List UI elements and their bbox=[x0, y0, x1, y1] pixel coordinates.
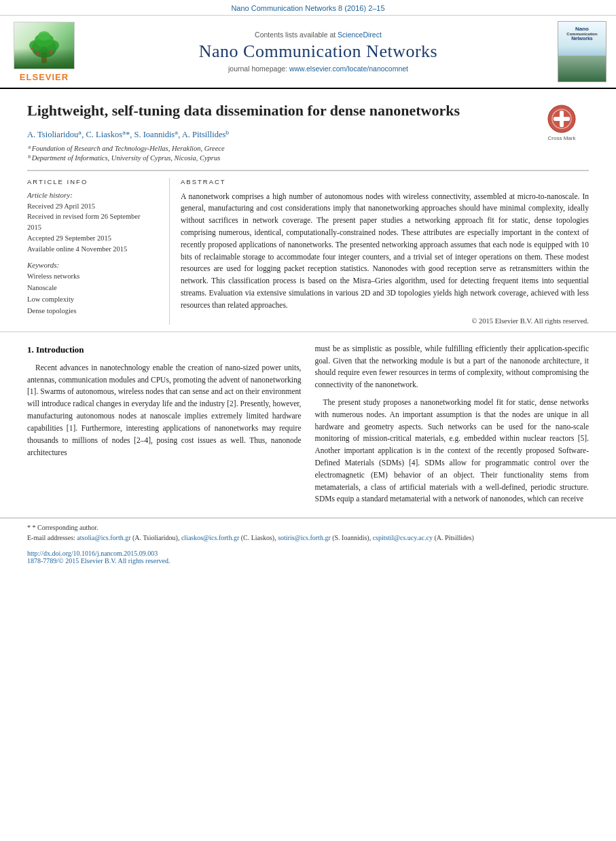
email-liaskos[interactable]: cliaskos@ics.forth.gr bbox=[181, 534, 239, 541]
journal-cover-image: Nano Communication Networks bbox=[558, 21, 606, 82]
journal-thumbnail: Nano Communication Networks bbox=[555, 21, 609, 82]
intro-number: 1. bbox=[27, 344, 34, 355]
thumb-green-blob bbox=[558, 56, 606, 82]
homepage-line: journal homepage: www.elsevier.com/locat… bbox=[228, 65, 408, 73]
email-footnote: E-mail addresses: atsolia@ics.forth.gr (… bbox=[27, 533, 589, 543]
elsevier-tree-icon bbox=[24, 26, 65, 64]
contents-available-line: Contents lists available at ScienceDirec… bbox=[255, 31, 382, 39]
intro-right-col: must be as simplistic as possible, while… bbox=[315, 343, 590, 512]
crossmark-icon bbox=[547, 104, 577, 134]
article-info-col: ARTICLE INFO Article history: Received 2… bbox=[27, 178, 170, 325]
svg-point-7 bbox=[49, 50, 53, 54]
intro-left-para-1: Recent advances in nanotechnology enable… bbox=[27, 362, 302, 459]
article-title-block: Lightweight, self-tuning data disseminat… bbox=[27, 101, 528, 163]
keywords-label: Keywords: bbox=[27, 261, 158, 269]
thumb-nets-text: Networks bbox=[571, 36, 593, 41]
journal-center-block: Contents lists available at ScienceDirec… bbox=[88, 21, 548, 82]
sciencedirect-link[interactable]: ScienceDirect bbox=[338, 31, 382, 39]
authors-text: A. Tsioliaridouᵃ, C. Liaskosᵃ*, S. Ioann… bbox=[27, 130, 230, 139]
history-accepted: Accepted 29 September 2015 bbox=[27, 233, 158, 244]
history-revised: Received in revised form 26 September201… bbox=[27, 211, 158, 233]
abstract-heading: ABSTRACT bbox=[181, 178, 589, 185]
doi-link[interactable]: http://dx.doi.org/10.1016/j.nancom.2015.… bbox=[27, 550, 158, 557]
corresponding-star: * bbox=[27, 524, 33, 531]
homepage-label: journal homepage: bbox=[228, 65, 289, 73]
footnotes-section: * * Corresponding author. E-mail address… bbox=[0, 518, 616, 547]
corresponding-author-note: * * Corresponding author. bbox=[27, 522, 589, 533]
thumb-nano-text: Nano bbox=[575, 26, 589, 32]
journal-reference-text: Nano Communication Networks 8 (2016) 2–1… bbox=[231, 4, 384, 12]
intro-left-col: 1. Introduction Recent advances in nanot… bbox=[27, 343, 302, 512]
copyright-line: © 2015 Elsevier B.V. All rights reserved… bbox=[181, 317, 589, 325]
intro-right-para-2: The present study proposes a nanonetwork… bbox=[315, 397, 590, 505]
keyword-wireless: Wireless networks bbox=[27, 271, 158, 283]
intro-heading: 1. Introduction bbox=[27, 343, 302, 357]
authors-line: A. Tsioliaridouᵃ, C. Liaskosᵃ*, S. Ioann… bbox=[27, 129, 528, 140]
affiliation-a: ᵃ Foundation of Research and Technology-… bbox=[27, 144, 528, 152]
svg-rect-0 bbox=[41, 52, 47, 63]
abstract-col: ABSTRACT A nanonetwork comprises a high … bbox=[170, 178, 589, 325]
doi-section: http://dx.doi.org/10.1016/j.nancom.2015.… bbox=[0, 547, 616, 567]
intro-right-para-1: must be as simplistic as possible, while… bbox=[315, 343, 590, 391]
introduction-section: 1. Introduction Recent advances in nanot… bbox=[0, 332, 616, 518]
article-top-section: Lightweight, self-tuning data disseminat… bbox=[0, 89, 616, 170]
article-history-label: Article history: bbox=[27, 191, 158, 199]
elsevier-wordmark-text: ELSEVIER bbox=[20, 72, 69, 82]
history-online: Available online 4 November 2015 bbox=[27, 244, 158, 255]
keyword-lowcomplexity: Low complexity bbox=[27, 294, 158, 306]
journal-reference-bar: Nano Communication Networks 8 (2016) 2–1… bbox=[0, 0, 616, 16]
history-received: Received 29 April 2015 bbox=[27, 201, 158, 212]
svg-point-6 bbox=[35, 52, 39, 56]
journal-header: ELSEVIER Contents lists available at Sci… bbox=[0, 16, 616, 89]
abstract-text: A nanonetwork comprises a high number of… bbox=[181, 191, 589, 312]
article-title: Lightweight, self-tuning data disseminat… bbox=[27, 101, 528, 121]
crossmark-label: Cross Mark bbox=[548, 135, 576, 141]
affiliation-b: ᵇ Department of Informatics, University … bbox=[27, 154, 528, 162]
crossmark-block[interactable]: Cross Mark bbox=[535, 101, 589, 141]
contents-label: Contents lists available at bbox=[255, 31, 338, 39]
svg-rect-12 bbox=[560, 111, 564, 127]
page: Nano Communication Networks 8 (2016) 2–1… bbox=[0, 0, 616, 841]
elsevier-logo-image bbox=[14, 22, 75, 69]
email-pitsillides[interactable]: cspitstil@cs.ucy.ac.cy bbox=[373, 534, 433, 541]
intro-title: Introduction bbox=[36, 344, 84, 355]
email-tsioliaridou[interactable]: atsolia@ics.forth.gr bbox=[77, 534, 130, 541]
article-info-heading: ARTICLE INFO bbox=[27, 178, 158, 185]
svg-point-5 bbox=[38, 31, 50, 41]
keyword-nanoscale: Nanoscale bbox=[27, 283, 158, 294]
journal-title-header: Nano Communication Networks bbox=[199, 41, 437, 62]
email-ioannidis[interactable]: sotiris@ics.forth.gr bbox=[278, 534, 331, 541]
homepage-link[interactable]: www.elsevier.com/locate/nanocomnet bbox=[289, 65, 408, 73]
email-label: E-mail addresses: bbox=[27, 534, 75, 541]
article-info-abstract-section: ARTICLE INFO Article history: Received 2… bbox=[0, 171, 616, 332]
elsevier-logo-block: ELSEVIER bbox=[7, 21, 81, 82]
svg-point-8 bbox=[31, 48, 33, 50]
issn-text: 1878-7789/© 2015 Elsevier B.V. All right… bbox=[27, 557, 170, 565]
corresponding-label: * Corresponding author. bbox=[33, 524, 98, 531]
keyword-dense: Dense topologies bbox=[27, 306, 158, 317]
